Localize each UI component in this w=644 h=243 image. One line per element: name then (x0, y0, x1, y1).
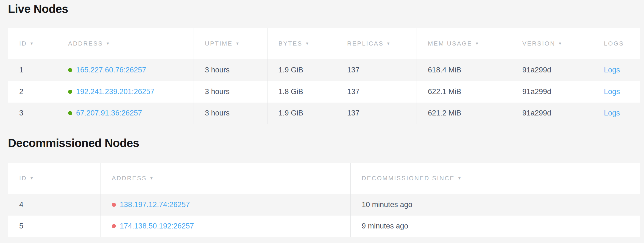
decommissioned-nodes-section: Decommissioned Nodes ID▾ ADDRESS▾ DECOMM… (8, 136, 640, 237)
table-row: 5 174.138.50.192:26257 9 minutes ago (8, 216, 640, 237)
live-status-icon (68, 90, 72, 94)
node-id-cell: 3 (8, 103, 57, 124)
uptime-cell: 3 hours (194, 81, 267, 103)
table-row: 1 165.227.60.76:26257 3 hours 1.9 GiB 13… (8, 59, 640, 81)
bytes-cell: 1.8 GiB (267, 81, 336, 103)
live-status-icon (68, 68, 72, 72)
column-header-label: REPLICAS (347, 40, 384, 47)
column-header-uptime[interactable]: UPTIME▾ (194, 28, 267, 59)
sort-arrow-icon: ▾ (559, 41, 561, 46)
column-header-mem-usage[interactable]: MEM USAGE▾ (417, 28, 511, 59)
node-address-cell: 165.227.60.76:26257 (57, 59, 194, 81)
live-nodes-table: ID▾ ADDRESS▾ UPTIME▾ BYTES▾ REPLICAS▾ (8, 28, 640, 124)
node-address-link[interactable]: 192.241.239.201:26257 (76, 87, 154, 96)
node-address-cell: 138.197.12.74:26257 (101, 194, 351, 216)
decommissioned-status-icon (112, 224, 116, 228)
replicas-cell: 137 (336, 81, 417, 103)
node-address-cell: 67.207.91.36:26257 (57, 103, 194, 124)
logs-link[interactable]: Logs (604, 87, 620, 96)
column-header-version[interactable]: VERSION▾ (511, 28, 593, 59)
node-id-cell: 2 (8, 81, 57, 103)
node-address-link[interactable]: 165.227.60.76:26257 (76, 66, 146, 74)
mem-usage-cell: 621.2 MiB (417, 103, 511, 124)
node-address-cell: 192.241.239.201:26257 (57, 81, 194, 103)
column-header-label: BYTES (278, 40, 302, 47)
decommissioned-since-cell: 10 minutes ago (351, 194, 640, 216)
column-header-id[interactable]: ID▾ (8, 28, 57, 59)
decommissioned-nodes-table: ID▾ ADDRESS▾ DECOMMISSIONED SINCE▾ 4 138… (8, 163, 640, 237)
sort-arrow-icon: ▾ (236, 41, 239, 46)
sort-arrow-icon: ▾ (476, 41, 478, 46)
node-address-cell: 174.138.50.192:26257 (101, 216, 351, 237)
sort-arrow-icon: ▾ (306, 41, 308, 46)
column-header-address[interactable]: ADDRESS▾ (57, 28, 194, 59)
logs-cell: Logs (593, 59, 640, 81)
live-status-icon (68, 111, 72, 115)
decommissioned-nodes-title: Decommissioned Nodes (8, 136, 640, 150)
column-header-id[interactable]: ID▾ (8, 163, 101, 194)
node-id-cell: 4 (8, 194, 101, 216)
logs-cell: Logs (593, 103, 640, 124)
column-header-bytes[interactable]: BYTES▾ (267, 28, 336, 59)
column-header-address[interactable]: ADDRESS▾ (101, 163, 351, 194)
column-header-logs: LOGS (593, 28, 640, 59)
replicas-cell: 137 (336, 59, 417, 81)
sort-arrow-icon: ▾ (30, 41, 33, 46)
sort-arrow-icon: ▾ (387, 41, 390, 46)
sort-arrow-icon: ▾ (107, 41, 109, 46)
decommissioned-status-icon (112, 203, 116, 207)
sort-arrow-icon: ▾ (458, 175, 461, 181)
version-cell: 91a299d (511, 81, 593, 103)
version-cell: 91a299d (511, 59, 593, 81)
table-row: 4 138.197.12.74:26257 10 minutes ago (8, 194, 640, 216)
column-header-label: UPTIME (205, 40, 233, 47)
logs-link[interactable]: Logs (604, 109, 620, 117)
logs-cell: Logs (593, 81, 640, 103)
replicas-cell: 137 (336, 103, 417, 124)
column-header-label: ID (19, 175, 27, 182)
column-header-label: LOGS (604, 40, 624, 47)
decommissioned-nodes-header-row: ID▾ ADDRESS▾ DECOMMISSIONED SINCE▾ (8, 163, 640, 194)
node-address-link[interactable]: 67.207.91.36:26257 (76, 109, 142, 117)
live-nodes-section: Live Nodes ID▾ ADDRESS▾ UPTIME▾ (8, 2, 640, 124)
node-id-cell: 5 (8, 216, 101, 237)
node-address-link[interactable]: 174.138.50.192:26257 (120, 222, 194, 230)
sort-arrow-icon: ▾ (30, 175, 33, 181)
column-header-label: DECOMMISSIONED SINCE (362, 175, 455, 182)
mem-usage-cell: 618.4 MiB (417, 59, 511, 81)
uptime-cell: 3 hours (194, 59, 267, 81)
bytes-cell: 1.9 GiB (267, 59, 336, 81)
column-header-label: ADDRESS (68, 40, 103, 47)
live-nodes-title: Live Nodes (8, 2, 640, 16)
table-row: 3 67.207.91.36:26257 3 hours 1.9 GiB 137… (8, 103, 640, 124)
sort-arrow-icon: ▾ (150, 175, 153, 181)
node-id-cell: 1 (8, 59, 57, 81)
column-header-label: ID (19, 40, 27, 47)
column-header-label: MEM USAGE (428, 40, 472, 47)
version-cell: 91a299d (511, 103, 593, 124)
bytes-cell: 1.9 GiB (267, 103, 336, 124)
live-nodes-header-row: ID▾ ADDRESS▾ UPTIME▾ BYTES▾ REPLICAS▾ (8, 28, 640, 59)
uptime-cell: 3 hours (194, 103, 267, 124)
node-address-link[interactable]: 138.197.12.74:26257 (120, 200, 190, 209)
column-header-replicas[interactable]: REPLICAS▾ (336, 28, 417, 59)
nodes-overview-page: Live Nodes ID▾ ADDRESS▾ UPTIME▾ (0, 0, 644, 237)
logs-link[interactable]: Logs (604, 66, 620, 74)
column-header-label: VERSION (522, 40, 555, 47)
column-header-label: ADDRESS (112, 175, 147, 182)
table-row: 2 192.241.239.201:26257 3 hours 1.8 GiB … (8, 81, 640, 103)
decommissioned-since-cell: 9 minutes ago (351, 216, 640, 237)
column-header-decommissioned-since[interactable]: DECOMMISSIONED SINCE▾ (351, 163, 640, 194)
mem-usage-cell: 622.1 MiB (417, 81, 511, 103)
